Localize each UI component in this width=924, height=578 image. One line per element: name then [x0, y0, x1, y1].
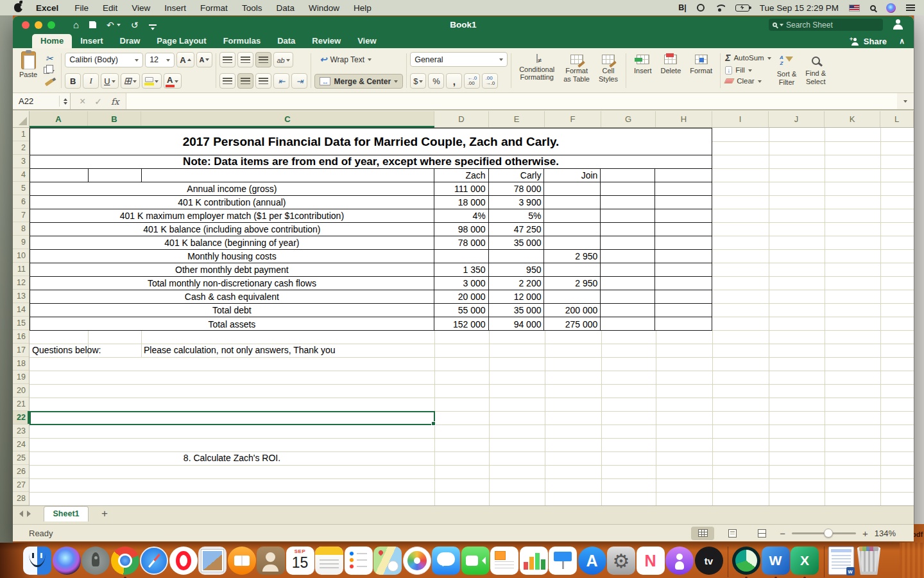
tab-view[interactable]: View [349, 34, 384, 48]
cell[interactable] [601, 277, 655, 290]
row-header-8[interactable]: 8 [13, 222, 29, 236]
page-break-view-button[interactable] [750, 527, 773, 540]
orientation-button[interactable] [273, 52, 293, 67]
cell[interactable]: 98 000 [434, 223, 489, 236]
zoom-in-button[interactable] [862, 528, 868, 539]
dock-pages-icon[interactable] [490, 547, 518, 575]
menu-format[interactable]: Format [193, 3, 235, 13]
row-header-12[interactable]: 12 [13, 276, 29, 290]
zoom-slider[interactable] [792, 532, 856, 534]
zoom-out-button[interactable] [780, 528, 785, 539]
dock-safari-icon[interactable] [140, 547, 168, 575]
decrease-font-button[interactable]: A [196, 52, 213, 67]
dock-tv-icon[interactable]: tv [695, 547, 723, 575]
tab-home[interactable]: Home [32, 34, 72, 48]
undo-icon[interactable] [107, 21, 121, 30]
sheet-nav-left-icon[interactable] [19, 511, 23, 517]
row-header-15[interactable]: 15 [13, 317, 29, 330]
collapse-ribbon-icon[interactable]: ∧ [899, 37, 905, 46]
column-header-E[interactable]: E [489, 111, 545, 127]
spotlight-icon[interactable] [870, 5, 876, 11]
header-cell[interactable]: Zach [434, 169, 489, 182]
row-header-21[interactable]: 21 [13, 398, 29, 411]
cell[interactable]: 950 [489, 263, 545, 276]
zoom-percentage[interactable]: 134% [875, 529, 896, 538]
dock-keynote-icon[interactable] [549, 547, 577, 575]
dock-calendar-icon[interactable]: SEP15 [286, 547, 314, 575]
cell[interactable]: 78 000 [434, 236, 489, 249]
cell[interactable] [601, 223, 655, 236]
confirm-entry-icon[interactable] [94, 96, 102, 107]
cell[interactable] [544, 223, 601, 236]
dock-app-store-icon[interactable]: A [578, 547, 606, 575]
dock-system-preferences-icon[interactable] [607, 547, 635, 575]
clear-button[interactable]: Clear [724, 76, 773, 85]
header-cell[interactable]: Carly [489, 169, 545, 182]
row-header-23[interactable]: 23 [13, 425, 29, 438]
font-size-select[interactable]: 12 [145, 53, 175, 67]
row-header-6[interactable]: 6 [13, 195, 29, 209]
font-color-button[interactable]: A [164, 73, 181, 89]
cell[interactable] [601, 250, 655, 263]
menu-excel[interactable]: Excel [29, 3, 67, 13]
cell[interactable] [544, 182, 601, 195]
delete-cells-button[interactable]: Delete [656, 51, 685, 90]
cell[interactable]: Annual income (gross) [30, 182, 434, 195]
row-header-11[interactable]: 11 [13, 263, 29, 276]
column-header-I[interactable]: I [712, 111, 769, 127]
paste-button[interactable]: Paste [19, 51, 37, 90]
autosum-button[interactable]: AutoSum [724, 52, 773, 64]
cell[interactable] [655, 209, 712, 222]
cell[interactable] [655, 223, 712, 236]
row-header-2[interactable]: 2 [13, 141, 29, 155]
page-layout-view-button[interactable] [721, 527, 744, 540]
cell[interactable] [544, 196, 601, 209]
row-header-7[interactable]: 7 [13, 209, 29, 222]
cell[interactable]: 2 200 [489, 277, 545, 290]
cancel-entry-icon[interactable] [80, 96, 85, 107]
tab-page-layout[interactable]: Page Layout [148, 34, 214, 48]
row-header-25[interactable]: 25 [13, 451, 29, 465]
cut-button[interactable] [40, 52, 58, 64]
name-box-stepper[interactable] [59, 96, 67, 107]
tab-review[interactable]: Review [304, 34, 349, 48]
increase-indent-button[interactable] [291, 73, 307, 89]
borders-button[interactable] [121, 73, 141, 89]
row-header-10[interactable]: 10 [13, 249, 29, 263]
comma-format-button[interactable]: , [446, 73, 462, 89]
cell[interactable]: 152 000 [434, 317, 489, 331]
cell[interactable] [655, 304, 712, 317]
cell[interactable]: 401 K balance (including above contribut… [30, 223, 434, 236]
merge-center-button[interactable]: Merge & Center [314, 74, 403, 89]
cell[interactable] [655, 317, 712, 331]
menu-edit[interactable]: Edit [96, 3, 124, 13]
siri-menubar-icon[interactable] [886, 3, 896, 13]
cell[interactable] [544, 209, 601, 222]
column-header-B[interactable]: B [88, 111, 141, 127]
insert-cells-button[interactable]: Insert [629, 51, 656, 90]
align-right-button[interactable] [255, 73, 271, 89]
cell[interactable] [655, 277, 712, 290]
bold-button[interactable]: B [65, 73, 81, 89]
status-item-bartender[interactable]: B| [678, 3, 687, 12]
dock-opera-icon[interactable] [169, 547, 198, 575]
menu-data[interactable]: Data [269, 3, 302, 13]
cell[interactable] [601, 304, 655, 317]
row-header-28[interactable]: 28 [13, 492, 29, 505]
cell[interactable]: 401 K maximum employer match ($1 per $1c… [30, 209, 434, 222]
cell[interactable] [601, 236, 655, 249]
header-cell[interactable]: Join [544, 169, 601, 182]
dock-news-icon[interactable]: N [637, 547, 665, 575]
increase-decimal-button[interactable]: ←.0.00 [464, 73, 480, 89]
cell-styles-button[interactable]: CellStyles [594, 51, 622, 90]
maximize-button[interactable] [47, 21, 55, 29]
zoom-slider-thumb[interactable] [824, 529, 833, 538]
share-button[interactable]: Share [851, 37, 887, 46]
cell[interactable] [489, 250, 545, 263]
cell[interactable]: 55 000 [434, 304, 489, 317]
cell[interactable] [655, 196, 712, 209]
cell[interactable]: 20 000 [434, 290, 489, 303]
dock-books-icon[interactable] [228, 547, 256, 575]
row-header-5[interactable]: 5 [13, 182, 29, 195]
cell[interactable]: Other monthly debt payment [30, 263, 434, 276]
